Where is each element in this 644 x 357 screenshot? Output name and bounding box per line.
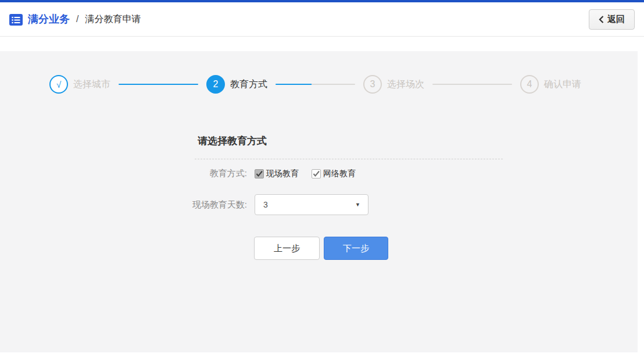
education-mode-options: 现场教育 网络教育: [255, 169, 368, 179]
step-2-label: 教育方式: [230, 78, 267, 91]
checkbox-online-label: 网络教育: [323, 169, 356, 179]
chevron-left-icon: [599, 16, 604, 23]
step-4-label: 确认申请: [544, 78, 581, 91]
previous-step-button[interactable]: 上一步: [254, 237, 320, 260]
breadcrumb-current-page: 满分教育申请: [85, 13, 141, 26]
checkbox-online-education[interactable]: 网络教育: [312, 169, 356, 179]
step-connector-3-4: [432, 84, 512, 85]
breadcrumb: 满分业务 / 满分教育申请: [9, 12, 141, 26]
step-3-circle-pending: 3: [363, 75, 382, 94]
step-select-city: √ 选择城市: [49, 75, 110, 94]
form-title: 请选择教育方式: [198, 134, 267, 148]
onsite-days-label: 现场教育天数:: [0, 194, 247, 215]
education-mode-row: 教育方式: 现场教育 网络教育: [0, 168, 368, 179]
onsite-days-select[interactable]: 3 ▼: [255, 194, 368, 215]
next-step-button[interactable]: 下一步: [324, 237, 388, 260]
stepper: √ 选择城市 2 教育方式 3 选择场次 4 确认申请: [49, 75, 581, 94]
checkbox-checked-icon: [312, 169, 321, 178]
onsite-days-controls: 3 ▼: [255, 194, 368, 215]
checkbox-onsite-label: 现场教育: [266, 169, 299, 179]
back-button[interactable]: 返回: [589, 9, 635, 30]
step-4-circle-pending: 4: [520, 75, 539, 94]
step-confirm-application: 4 确认申请: [520, 75, 581, 94]
step-education-mode: 2 教育方式: [206, 75, 267, 94]
step-1-circle-done: √: [49, 75, 68, 94]
step-connector-2-3: [276, 84, 355, 85]
checkbox-checked-disabled-icon: [255, 169, 264, 178]
education-mode-label: 教育方式:: [0, 168, 247, 179]
content-panel: √ 选择城市 2 教育方式 3 选择场次 4 确认申请 请选择教育方式 教育方式…: [0, 51, 638, 352]
page: 满分业务 / 满分教育申请 返回 √ 选择城市 2 教育方式 3 选: [0, 0, 644, 357]
step-select-session: 3 选择场次: [363, 75, 424, 94]
step-3-label: 选择场次: [387, 78, 424, 91]
step-2-circle-active: 2: [206, 75, 225, 94]
step-1-label: 选择城市: [73, 78, 110, 91]
breadcrumb-separator: /: [76, 14, 78, 24]
form-button-row: 上一步 下一步: [254, 237, 388, 260]
onsite-days-row: 现场教育天数: 3 ▼: [0, 194, 368, 215]
breadcrumb-section[interactable]: 满分业务: [28, 12, 70, 26]
header: 满分业务 / 满分教育申请 返回: [0, 2, 644, 37]
back-button-label: 返回: [607, 14, 625, 25]
checkbox-onsite-education[interactable]: 现场教育: [255, 169, 299, 179]
step-connector-1-2: [119, 84, 198, 85]
onsite-days-selected-value: 3: [263, 200, 268, 209]
dropdown-arrow-icon: ▼: [355, 202, 360, 208]
dashed-divider: [195, 159, 503, 159]
list-menu-icon: [9, 14, 23, 26]
